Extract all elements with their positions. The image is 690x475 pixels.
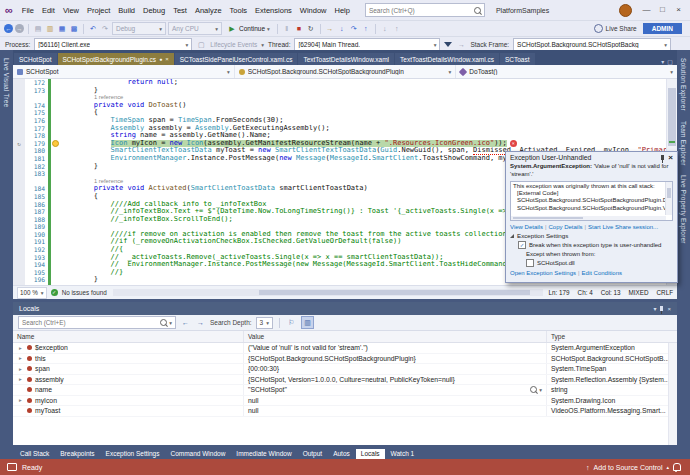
link-copy-details[interactable]: Copy Details — [548, 224, 582, 230]
notifications-bell-icon[interactable] — [673, 463, 681, 471]
locals-row[interactable]: myToastnullVideoOS.Platform.Messaging.Sm… — [13, 406, 677, 417]
admin-button[interactable]: ADMIN — [643, 23, 682, 34]
locals-scrollbar[interactable] — [668, 343, 677, 445]
menu-help[interactable]: Help — [330, 4, 353, 17]
float-window-icon[interactable]: ▢ — [667, 58, 673, 65]
doc-tab[interactable]: SCToast — [500, 53, 535, 65]
locals-row[interactable]: ▸this{SCHotSpot.Background.SCHotSpotBack… — [13, 354, 677, 365]
breakpoint-margin[interactable] — [13, 208, 25, 216]
autohide-tab-team-explorer[interactable]: Team Explorer — [680, 121, 687, 166]
navigate-back-icon[interactable]: ← — [4, 24, 13, 33]
open-file-icon[interactable]: ▥ — [45, 24, 55, 34]
code-line[interactable]: 175 { — [13, 109, 666, 117]
panel-tab-command-window[interactable]: Command Window — [165, 449, 230, 459]
dll-checkbox-row[interactable]: SCHotSpot.dll — [526, 259, 673, 267]
breakpoint-margin[interactable]: ↻ — [13, 140, 25, 148]
code-line[interactable]: 197 — [13, 284, 666, 285]
close-icon[interactable]: × — [667, 306, 671, 312]
breakpoint-margin[interactable] — [13, 94, 25, 102]
platform-dropdown[interactable]: Any CPU▾ — [168, 22, 222, 35]
callstack-frame[interactable]: [External Code] — [513, 190, 664, 197]
break-checkbox[interactable]: ✓ — [518, 241, 526, 249]
breadcrumb-project-dropdown[interactable]: SCHotSpot ▾ — [13, 65, 235, 78]
locals-row[interactable]: ▸myIconnullSystem.Drawing.Icon — [13, 396, 677, 407]
menu-analyze[interactable]: Analyze — [191, 4, 226, 17]
autohide-tab-live-visual-tree[interactable]: Live Visual Tree — [3, 58, 10, 107]
break-checkbox-row[interactable]: ✓ Break when this exception type is user… — [518, 241, 673, 249]
user-avatar[interactable] — [619, 4, 632, 17]
code-line[interactable]: 177 Assembly assembly = Assembly.GetExec… — [13, 125, 666, 133]
panel-tab-autos[interactable]: Autos — [328, 449, 355, 459]
dll-checkbox[interactable] — [526, 259, 534, 267]
callstack-box[interactable]: This exception was originally thrown at … — [510, 181, 673, 221]
link-open-exception-settings[interactable]: Open Exception Settings — [510, 270, 576, 276]
zoom-dropdown[interactable]: 100 %▾ — [17, 287, 47, 299]
tab-list-dropdown-icon[interactable]: ▾ — [661, 58, 664, 65]
locals-row[interactable]: ▸span{00:00:30}System.TimeSpan — [13, 364, 677, 375]
menu-tools[interactable]: Tools — [226, 4, 252, 17]
flag-icon[interactable]: ⚐ — [286, 317, 297, 328]
menu-edit[interactable]: Edit — [38, 4, 59, 17]
expander-icon[interactable]: ▸ — [17, 355, 24, 361]
pin-icon[interactable] — [660, 306, 663, 311]
break-all-icon[interactable]: ‖ — [282, 24, 292, 34]
menu-view[interactable]: View — [59, 4, 83, 17]
breakpoint-margin[interactable] — [13, 155, 25, 163]
minimize-button[interactable]: — — [639, 1, 654, 19]
code-line[interactable]: 1 reference — [13, 94, 666, 102]
panel-tab-exception-settings[interactable]: Exception Settings — [101, 449, 165, 459]
column-header-value[interactable]: Value — [244, 331, 547, 342]
menu-window[interactable]: Window — [296, 4, 331, 17]
expander-icon[interactable]: ▸ — [17, 345, 24, 351]
step-into-icon[interactable]: ↓ — [337, 24, 347, 34]
breakpoint-margin[interactable] — [13, 87, 25, 95]
close-tab-icon[interactable]: × — [165, 56, 169, 62]
breakpoint-margin[interactable] — [13, 254, 25, 262]
code-line[interactable]: 176 TimeSpan span = TimeSpan.FromSeconds… — [13, 117, 666, 125]
menu-build[interactable]: Build — [114, 4, 139, 17]
callstack-hscrollbar[interactable] — [511, 216, 666, 220]
scrollbar-thumb[interactable] — [259, 290, 530, 295]
breakpoint-margin[interactable] — [13, 178, 25, 186]
panel-tab-breakpoints[interactable]: Breakpoints — [55, 449, 99, 459]
doc-tab[interactable]: SCHotSpot — [14, 53, 57, 65]
debug-target-dropdown[interactable]: Debug▾ — [112, 22, 166, 35]
filter-threads-icon[interactable] — [444, 42, 452, 47]
locals-row[interactable]: ▸$exception("Value of 'null' is not vali… — [13, 343, 677, 354]
search-back-icon[interactable]: ← — [180, 317, 191, 328]
code-line[interactable]: 172 return null; — [13, 79, 666, 87]
doc-tab[interactable]: TextToastDetailsWindow.xaml — [298, 53, 394, 65]
breakpoint-margin[interactable] — [13, 185, 25, 193]
breakpoint-margin[interactable] — [13, 223, 25, 231]
breakpoint-margin[interactable] — [13, 246, 25, 254]
panel-tab-call-stack[interactable]: Call Stack — [15, 449, 54, 459]
expander-icon[interactable]: ▸ — [17, 376, 24, 382]
breakpoint-margin[interactable] — [13, 261, 25, 269]
breakpoint-margin[interactable] — [13, 132, 25, 140]
exception-settings-expander[interactable]: Exception Settings — [510, 232, 673, 239]
link-view-details[interactable]: View Details — [510, 224, 543, 230]
doc-tab[interactable]: TextToastDetailsWindow.xaml.cs — [395, 53, 499, 65]
breakpoint-margin[interactable] — [13, 163, 25, 171]
menu-project[interactable]: Project — [83, 4, 114, 17]
breakpoint-margin[interactable] — [13, 201, 25, 209]
autohide-tab-live-property-explorer[interactable]: Live Property Explorer — [680, 175, 687, 244]
toggle-columns-icon[interactable]: ▥ — [301, 316, 314, 329]
import-icon[interactable]: ↓ — [380, 24, 390, 34]
expander-icon[interactable]: ▸ — [17, 397, 24, 403]
close-icon[interactable]: × — [668, 155, 673, 161]
pin-icon[interactable] — [661, 155, 664, 160]
breakpoint-margin[interactable] — [13, 109, 25, 117]
panel-tab-output[interactable]: Output — [298, 449, 328, 459]
breakpoint-margin[interactable] — [13, 125, 25, 133]
callstack-frame[interactable]: SCHotSpot.Background.SCHotSpotBackground… — [513, 205, 664, 212]
add-to-source-control-button[interactable]: Add to Source Control — [594, 464, 663, 471]
panel-tab-immediate-window[interactable]: Immediate Window — [231, 449, 296, 459]
menu-extensions[interactable]: Extensions — [251, 4, 296, 17]
step-out-icon[interactable]: ↑ — [361, 24, 371, 34]
new-file-icon[interactable]: ▤ — [33, 24, 43, 34]
live-share-button[interactable]: Live Share — [594, 24, 637, 33]
column-header-name[interactable]: Name — [13, 331, 244, 342]
lightbulb-icon[interactable] — [52, 140, 59, 147]
redo-icon[interactable]: ↷ — [100, 24, 110, 34]
